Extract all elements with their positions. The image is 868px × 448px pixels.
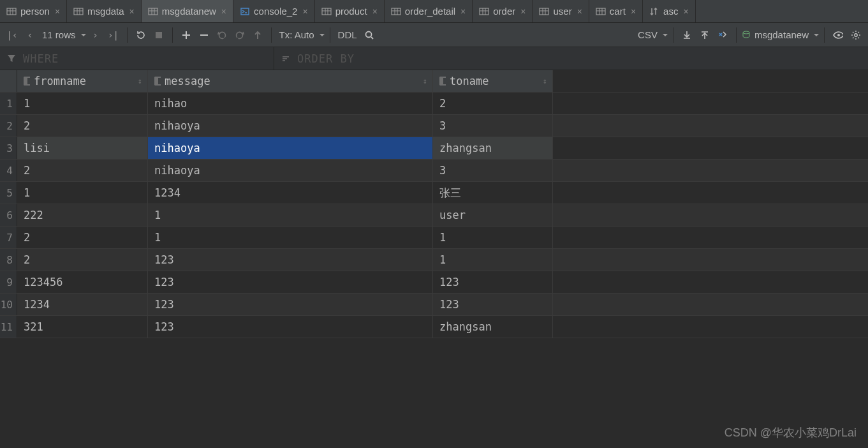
- cell-fromname[interactable]: 222: [17, 204, 148, 226]
- close-icon[interactable]: ×: [301, 6, 309, 17]
- cell-message[interactable]: nihaoya: [148, 115, 433, 137]
- close-icon[interactable]: ×: [682, 6, 689, 17]
- cell-fromname[interactable]: 123456: [17, 271, 148, 293]
- tx-mode-dropdown[interactable]: Tx: Auto: [277, 27, 325, 43]
- settings-button[interactable]: [848, 27, 864, 43]
- cell-toname[interactable]: user: [433, 204, 553, 226]
- cell-fromname[interactable]: 1: [17, 182, 148, 204]
- tab-msgdata[interactable]: msgdata×: [67, 0, 142, 22]
- table-row[interactable]: 511234张三: [0, 182, 868, 204]
- cell-message[interactable]: 1234: [148, 182, 433, 204]
- upload-button[interactable]: [696, 27, 713, 43]
- cell-toname[interactable]: 3: [433, 160, 553, 181]
- row-number[interactable]: 11: [0, 316, 17, 338]
- table-row[interactable]: 9123456123123: [0, 271, 868, 294]
- table-row[interactable]: 62221user: [0, 204, 868, 227]
- column-header-message[interactable]: message↕: [148, 70, 433, 92]
- column-header-toname[interactable]: toname↕: [433, 70, 553, 92]
- close-icon[interactable]: ×: [576, 6, 584, 17]
- close-icon[interactable]: ×: [459, 6, 467, 17]
- tab-product[interactable]: product×: [315, 0, 385, 22]
- cell-fromname[interactable]: 2: [17, 160, 148, 181]
- row-number[interactable]: 5: [0, 182, 17, 204]
- cell-fromname[interactable]: 1234: [17, 294, 148, 315]
- cell-fromname[interactable]: 1: [17, 93, 148, 114]
- sort-indicator-icon[interactable]: ↕: [543, 77, 547, 86]
- sort-indicator-icon[interactable]: ↕: [138, 77, 142, 86]
- tab-person[interactable]: person×: [0, 0, 67, 22]
- row-number[interactable]: 2: [0, 115, 17, 137]
- close-icon[interactable]: ×: [519, 6, 527, 17]
- cell-fromname[interactable]: 2: [17, 227, 148, 248]
- tab-cart[interactable]: cart×: [589, 0, 643, 22]
- tab-order_detail[interactable]: order_detail×: [385, 0, 473, 22]
- tab-user[interactable]: user×: [533, 0, 589, 22]
- orderby-filter[interactable]: ORDER BY: [274, 47, 361, 70]
- cell-fromname[interactable]: lisi: [17, 137, 148, 159]
- add-row-button[interactable]: [178, 27, 195, 43]
- cell-message[interactable]: 123: [148, 271, 433, 293]
- datasource-dropdown[interactable]: msgdatanew: [742, 27, 819, 43]
- export-format-dropdown[interactable]: CSV: [635, 27, 668, 43]
- row-number[interactable]: 9: [0, 271, 17, 293]
- row-number[interactable]: 3: [0, 137, 17, 159]
- close-icon[interactable]: ×: [371, 6, 379, 17]
- row-number[interactable]: 7: [0, 227, 17, 248]
- table-row[interactable]: 22nihaoya3: [0, 115, 868, 137]
- next-page-button[interactable]: ›: [87, 27, 104, 43]
- compare-button[interactable]: [714, 27, 731, 43]
- cell-fromname[interactable]: 2: [17, 249, 148, 271]
- cell-toname[interactable]: 1: [433, 227, 553, 248]
- cell-fromname[interactable]: 321: [17, 316, 148, 338]
- cell-fromname[interactable]: 2: [17, 115, 148, 137]
- row-number[interactable]: 8: [0, 249, 17, 271]
- table-row[interactable]: 42nihaoya3: [0, 160, 868, 182]
- cell-message[interactable]: 1: [148, 204, 433, 226]
- first-page-button[interactable]: |‹: [4, 27, 20, 43]
- cell-toname[interactable]: zhangsan: [433, 316, 553, 338]
- cell-message[interactable]: 123: [148, 316, 433, 338]
- where-filter[interactable]: WHERE: [0, 47, 274, 70]
- row-count-dropdown[interactable]: 11 rows: [40, 27, 86, 43]
- search-button[interactable]: [361, 27, 378, 43]
- column-header-fromname[interactable]: fromname↕: [17, 70, 148, 92]
- cell-message[interactable]: nihaoya: [148, 137, 433, 159]
- tab-msgdatanew[interactable]: msgdatanew×: [142, 0, 233, 22]
- row-number[interactable]: 10: [0, 294, 17, 315]
- close-icon[interactable]: ×: [220, 6, 228, 17]
- tab-asc[interactable]: asc×: [643, 0, 696, 22]
- cell-message[interactable]: 123: [148, 294, 433, 315]
- table-row[interactable]: 101234123123: [0, 294, 868, 316]
- download-button[interactable]: [679, 27, 695, 43]
- sort-indicator-icon[interactable]: ↕: [423, 77, 427, 86]
- table-row[interactable]: 3lisinihaoyazhangsan: [0, 137, 868, 160]
- close-icon[interactable]: ×: [54, 6, 61, 17]
- cell-message[interactable]: nihao: [148, 93, 433, 114]
- table-row[interactable]: 821231: [0, 249, 868, 271]
- commit-button[interactable]: [232, 27, 248, 43]
- cell-toname[interactable]: 张三: [433, 182, 553, 204]
- close-icon[interactable]: ×: [629, 6, 637, 17]
- table-row[interactable]: 11321123zhangsan: [0, 316, 868, 338]
- cell-message[interactable]: 123: [148, 249, 433, 271]
- last-page-button[interactable]: ›|: [105, 27, 122, 43]
- ddl-button[interactable]: DDL: [335, 27, 360, 43]
- prev-page-button[interactable]: ‹: [22, 27, 38, 43]
- revert-button[interactable]: [214, 27, 230, 43]
- close-icon[interactable]: ×: [128, 6, 136, 17]
- cell-toname[interactable]: 1: [433, 249, 553, 271]
- cell-message[interactable]: nihaoya: [148, 160, 433, 181]
- cell-message[interactable]: 1: [148, 227, 433, 248]
- cell-toname[interactable]: 2: [433, 93, 553, 114]
- cell-toname[interactable]: zhangsan: [433, 137, 553, 159]
- cell-toname[interactable]: 123: [433, 294, 553, 315]
- cell-toname[interactable]: 123: [433, 271, 553, 293]
- tab-console_2[interactable]: console_2×: [233, 0, 315, 22]
- stop-button[interactable]: [151, 27, 167, 43]
- table-row[interactable]: 7211: [0, 227, 868, 249]
- row-number[interactable]: 1: [0, 93, 17, 114]
- submit-button[interactable]: [249, 27, 266, 43]
- table-row[interactable]: 11nihao2: [0, 93, 868, 115]
- view-button[interactable]: [830, 27, 846, 43]
- row-number[interactable]: 6: [0, 204, 17, 226]
